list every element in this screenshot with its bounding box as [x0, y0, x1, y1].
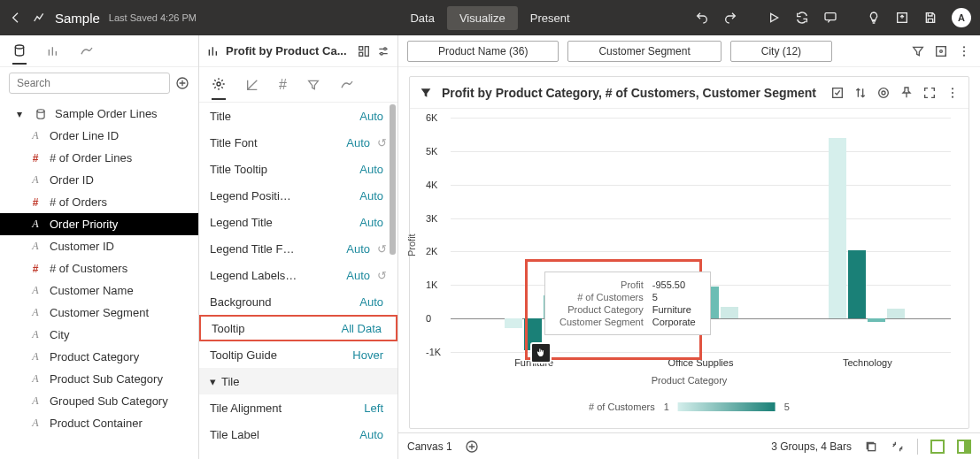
y-tick-label: 0 [426, 313, 431, 324]
field-item[interactable]: ## of Customers [0, 257, 198, 279]
bar[interactable] [829, 138, 846, 318]
property-row[interactable]: Legend Positi…Auto [199, 182, 397, 209]
property-row[interactable]: Tile AlignmentLeft [199, 394, 397, 421]
analytics-prop-tab-icon[interactable] [340, 78, 354, 92]
property-row[interactable]: Tooltip GuideHover [199, 341, 397, 368]
property-value: Auto [346, 136, 370, 149]
workbook-title[interactable]: Sample [55, 11, 100, 26]
sort-icon[interactable] [853, 86, 868, 100]
filter-pill-0[interactable]: Product Name (36) [407, 41, 559, 62]
redo-icon[interactable] [723, 11, 737, 25]
section-tile[interactable]: ▾Tile [199, 368, 397, 394]
chart-type-icon[interactable] [32, 11, 46, 25]
analytics-tab-icon[interactable] [80, 44, 94, 58]
mode-switcher: Data Visualize Present [397, 6, 582, 30]
search-input[interactable] [9, 73, 170, 94]
scrollbar-thumb[interactable] [390, 104, 396, 255]
svg-rect-6 [359, 52, 363, 56]
bar[interactable] [868, 318, 885, 322]
field-item[interactable]: AOrder Line ID [0, 125, 198, 147]
property-row[interactable]: Title FontAuto↺ [199, 129, 397, 156]
measure-icon: # [28, 263, 42, 275]
property-row[interactable]: Title TooltipAuto [199, 156, 397, 182]
field-item[interactable]: AOrder Priority [0, 213, 198, 235]
field-item[interactable]: AProduct Sub Category [0, 368, 198, 390]
svg-point-15 [963, 54, 965, 56]
bar[interactable] [848, 250, 866, 319]
values-tab-icon[interactable]: # [279, 77, 287, 93]
settings-icon[interactable] [376, 44, 390, 58]
mode-data[interactable]: Data [397, 6, 446, 30]
measure-icon: # [28, 196, 42, 209]
legend-max: 5 [784, 402, 790, 412]
reset-icon[interactable]: ↺ [377, 242, 387, 256]
pin-icon[interactable] [899, 86, 914, 100]
viz-type-icon[interactable] [206, 44, 220, 58]
reset-icon[interactable]: ↺ [377, 136, 387, 149]
save-menu-icon[interactable] [923, 11, 938, 25]
user-avatar[interactable]: A [952, 8, 971, 27]
target-icon[interactable] [876, 86, 891, 100]
y-tick-label: 6K [426, 112, 437, 123]
field-item[interactable]: ## of Orders [0, 191, 198, 213]
property-name: Legend Title F… [210, 242, 346, 256]
field-item[interactable]: ACustomer ID [0, 235, 198, 257]
data-tab-icon[interactable] [12, 43, 27, 65]
bar[interactable] [721, 307, 738, 318]
field-item[interactable]: ACustomer Name [0, 279, 198, 302]
property-row[interactable]: BackgroundAuto [199, 288, 397, 315]
auto-insight-icon[interactable] [830, 86, 845, 100]
property-row[interactable]: Legend Title F…Auto↺ [199, 235, 397, 262]
property-row[interactable]: Legend Labels…Auto↺ [199, 262, 397, 288]
filter-pill-2[interactable]: City (12) [730, 41, 832, 62]
comment-icon[interactable] [823, 11, 837, 25]
field-item[interactable]: ACity [0, 324, 198, 346]
svg-rect-7 [365, 46, 368, 56]
preview-icon[interactable] [767, 11, 781, 25]
field-item[interactable]: ## of Order Lines [0, 147, 198, 169]
axes-tab-icon[interactable] [245, 78, 259, 92]
property-row[interactable]: TitleAuto [199, 103, 397, 129]
mode-present[interactable]: Present [518, 6, 583, 30]
general-tab-icon[interactable] [212, 77, 226, 100]
grammar-icon[interactable] [357, 44, 371, 58]
layout-full-icon[interactable] [930, 440, 945, 454]
add-field-icon[interactable] [175, 76, 189, 90]
field-item[interactable]: ACustomer Segment [0, 302, 198, 324]
svg-point-21 [952, 96, 953, 97]
mode-visualize[interactable]: Visualize [447, 6, 518, 30]
export-icon[interactable] [895, 11, 909, 25]
field-item[interactable]: AOrder ID [0, 169, 198, 191]
field-item[interactable]: AProduct Category [0, 346, 198, 368]
reset-icon[interactable]: ↺ [377, 269, 387, 282]
field-label: Order Priority [50, 218, 118, 231]
bulb-icon[interactable] [867, 11, 881, 25]
property-row[interactable]: Legend TitleAuto [199, 209, 397, 235]
connect-icon[interactable] [891, 440, 905, 454]
chart-filter-indicator-icon[interactable] [419, 86, 433, 100]
bar[interactable] [887, 309, 905, 318]
parameters-icon[interactable] [934, 44, 948, 58]
add-canvas-icon[interactable] [465, 440, 479, 454]
layout-split-icon[interactable] [957, 440, 971, 454]
chart-menu-icon[interactable] [945, 86, 960, 100]
bar[interactable] [505, 318, 522, 328]
filter-tab-icon[interactable] [306, 78, 320, 92]
expand-icon[interactable] [922, 86, 937, 100]
dataset-node[interactable]: ▾ Sample Order Lines [0, 103, 198, 125]
copy-icon[interactable] [864, 440, 878, 454]
filter-icon[interactable] [911, 44, 925, 58]
back-icon[interactable] [9, 11, 23, 25]
field-item[interactable]: AGrouped Sub Category [0, 390, 198, 412]
canvas-menu-icon[interactable] [957, 44, 971, 58]
refresh-icon[interactable] [795, 11, 809, 25]
property-row[interactable]: Tile LabelAuto [199, 421, 397, 448]
viz-name[interactable]: Profit by Product Ca... [226, 44, 351, 57]
field-item[interactable]: AProduct Container [0, 412, 198, 434]
canvas-name[interactable]: Canvas 1 [407, 440, 452, 453]
undo-icon[interactable] [695, 11, 709, 25]
viz-tab-icon[interactable] [46, 44, 60, 58]
filter-pill-1[interactable]: Customer Segment [567, 41, 721, 62]
filter-bar: Product Name (36) Customer Segment City … [398, 35, 980, 67]
property-row[interactable]: TooltipAll Data [199, 315, 397, 341]
